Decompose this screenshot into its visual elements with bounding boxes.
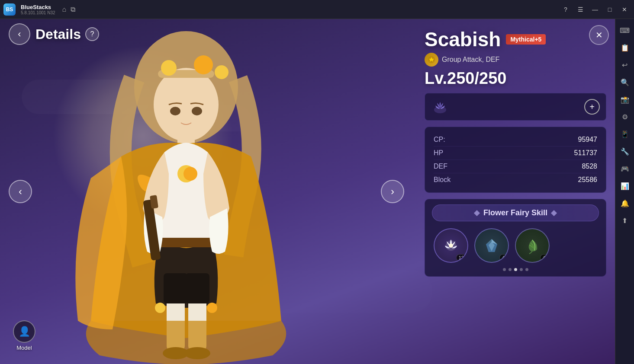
window-close-button[interactable]: ✕ bbox=[618, 3, 631, 16]
character-level: Lv.250/250 bbox=[425, 69, 606, 88]
window-subtitle: 5.8.101.1001 N32 bbox=[21, 10, 55, 15]
character-illustration bbox=[35, 27, 338, 364]
skill-icon-3[interactable]: 4 bbox=[515, 228, 550, 263]
model-button[interactable]: 👤 Model bbox=[13, 320, 35, 351]
dot-2 bbox=[508, 268, 512, 271]
svg-point-11 bbox=[183, 167, 197, 181]
stat-row-cp: CP: 95947 bbox=[434, 133, 597, 147]
hp-label: HP bbox=[434, 149, 443, 157]
skill-add-button[interactable]: + bbox=[584, 99, 600, 115]
window-title-area: BlueStacks 5.8.101.1001 N32 bbox=[21, 4, 55, 15]
character-name-row: Scabish Mythical+5 bbox=[425, 28, 606, 51]
sidebar-tool-back[interactable]: ↩ bbox=[617, 57, 633, 73]
menu-button[interactable]: ☰ bbox=[574, 3, 586, 16]
dot-1 bbox=[503, 268, 506, 271]
svg-point-24 bbox=[434, 106, 446, 113]
fairy-skill-section: Flower Fairy Skill bbox=[425, 199, 606, 277]
window-chrome: BS BlueStacks 5.8.101.1001 N32 ⌂ ⧉ ? ☰ —… bbox=[0, 0, 634, 19]
svg-rect-9 bbox=[158, 238, 214, 247]
cp-label: CP: bbox=[434, 136, 445, 144]
nav-next-button[interactable]: › bbox=[381, 180, 404, 203]
model-icon: 👤 bbox=[13, 320, 35, 343]
sidebar-tool-settings[interactable]: ⚙ bbox=[617, 109, 633, 125]
svg-point-20 bbox=[155, 303, 165, 313]
dot-3 bbox=[514, 268, 517, 271]
character-area bbox=[0, 19, 398, 364]
window-controls: ? ☰ — □ ✕ bbox=[560, 3, 631, 16]
svg-point-7 bbox=[192, 107, 202, 115]
skill-item-1: 12 bbox=[434, 228, 468, 263]
def-value: 8528 bbox=[582, 163, 597, 170]
sidebar-tool-stats[interactable]: 📊 bbox=[617, 178, 633, 194]
sidebar-tool-gamepad[interactable]: 🎮 bbox=[617, 161, 633, 176]
help-button[interactable]: ? bbox=[560, 3, 572, 16]
hp-value: 511737 bbox=[574, 149, 597, 157]
skill-icon-2[interactable]: 4 bbox=[474, 228, 509, 263]
block-label: Block bbox=[434, 176, 451, 184]
fairy-skill-label: Flower Fairy Skill bbox=[483, 208, 547, 217]
stat-row-def: DEF 8528 bbox=[434, 160, 597, 173]
page-title: Details bbox=[35, 26, 81, 42]
sidebar-tool-keyboard[interactable]: ⌨ bbox=[617, 22, 633, 38]
model-label: Model bbox=[16, 345, 32, 351]
pagination-dots bbox=[432, 268, 599, 271]
stat-row-block: Block 25586 bbox=[434, 173, 597, 186]
home-icon[interactable]: ⌂ bbox=[62, 6, 67, 13]
bluestacks-logo: BS bbox=[0, 0, 19, 19]
sidebar-tool-upload[interactable]: ⬆ bbox=[617, 213, 633, 228]
sidebar-tool-search[interactable]: 🔍 bbox=[617, 74, 633, 90]
svg-rect-17 bbox=[185, 273, 209, 303]
type-icon bbox=[425, 53, 438, 67]
maximize-button[interactable]: □ bbox=[604, 3, 616, 16]
layers-icon[interactable]: ⧉ bbox=[71, 6, 75, 13]
dot-4 bbox=[520, 268, 523, 271]
info-panel: Scabish Mythical+5 Group Attack, DEF Lv.… bbox=[425, 28, 606, 277]
svg-rect-16 bbox=[164, 273, 188, 303]
diamond-right-icon bbox=[551, 210, 557, 216]
game-area: ‹ Details ? ‹ › 👤 Model ✕ Scabish Mythic… bbox=[0, 19, 615, 364]
skill-icons-row: 12 4 bbox=[432, 228, 599, 263]
stat-row-hp: HP 511737 bbox=[434, 147, 597, 160]
right-sidebar: ⌨ 📋 ↩ 🔍 📸 ⚙ 📱 🔧 🎮 📊 🔔 ⬆ bbox=[615, 19, 634, 364]
back-button[interactable]: ‹ bbox=[9, 23, 30, 45]
minimize-button[interactable]: — bbox=[589, 3, 601, 16]
skill-item-3: 4 bbox=[515, 228, 550, 263]
help-button[interactable]: ? bbox=[85, 27, 99, 41]
svg-point-3 bbox=[161, 60, 177, 76]
svg-point-26 bbox=[449, 243, 453, 248]
close-button[interactable]: ✕ bbox=[589, 25, 609, 45]
dot-5 bbox=[525, 268, 528, 271]
nav-prev-button[interactable]: ‹ bbox=[9, 180, 32, 203]
cp-value: 95947 bbox=[578, 136, 598, 144]
def-label: DEF bbox=[434, 163, 447, 170]
skill-icon-1[interactable]: 12 bbox=[434, 228, 468, 263]
stats-panel: CP: 95947 HP 511737 DEF 8528 Block 25586 bbox=[425, 127, 606, 193]
skill-item-2: 4 bbox=[474, 228, 509, 263]
rarity-badge: Mythical+5 bbox=[506, 34, 546, 45]
svg-point-21 bbox=[207, 303, 217, 313]
skill-badge-2: 4 bbox=[499, 254, 507, 261]
character-type: Group Attack, DEF bbox=[442, 56, 499, 64]
skill-slot-row: + bbox=[425, 93, 606, 121]
fairy-skill-header: Flower Fairy Skill bbox=[432, 204, 599, 221]
skill-badge-3: 4 bbox=[540, 254, 548, 261]
svg-point-1 bbox=[154, 68, 219, 141]
sidebar-tool-clipboard[interactable]: 📋 bbox=[617, 40, 633, 55]
block-value: 25586 bbox=[578, 176, 598, 184]
sidebar-tool-tools[interactable]: 🔧 bbox=[617, 144, 633, 159]
character-type-row: Group Attack, DEF bbox=[425, 53, 606, 67]
skill-badge-1: 12 bbox=[456, 254, 467, 261]
sidebar-tool-screenshot[interactable]: 📸 bbox=[617, 92, 633, 107]
sidebar-tool-phone[interactable]: 📱 bbox=[617, 126, 633, 142]
character-name: Scabish bbox=[425, 28, 501, 51]
svg-point-6 bbox=[170, 107, 180, 115]
skill-lotus-icon bbox=[431, 98, 449, 116]
diamond-left-icon bbox=[474, 210, 480, 216]
window-title: BlueStacks bbox=[21, 4, 55, 10]
window-nav-icons: ⌂ ⧉ bbox=[62, 6, 76, 13]
svg-point-5 bbox=[215, 65, 228, 79]
sidebar-tool-notifications[interactable]: 🔔 bbox=[617, 195, 633, 211]
svg-point-4 bbox=[194, 55, 213, 74]
